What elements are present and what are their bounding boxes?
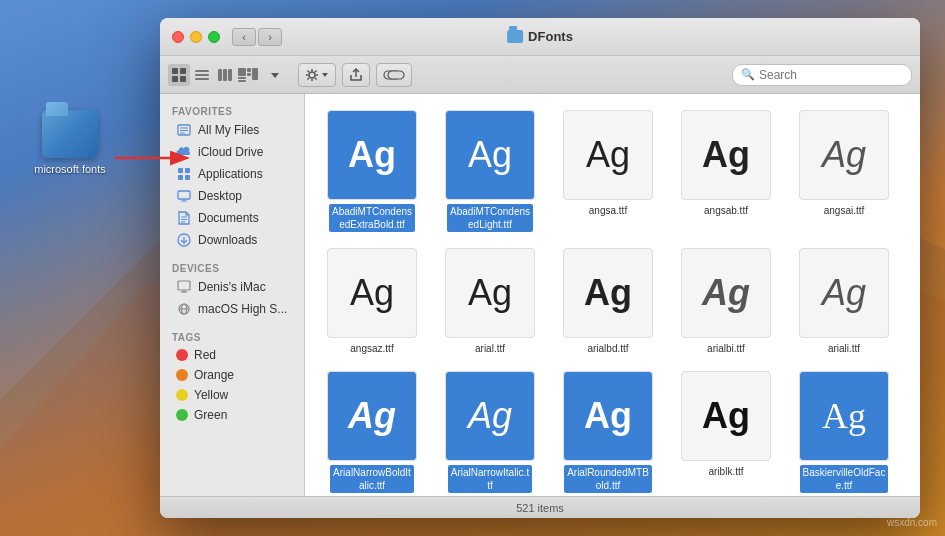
svg-rect-40 (185, 175, 190, 180)
sidebar-item-yellow[interactable]: Yellow (164, 385, 300, 405)
svg-rect-14 (238, 68, 246, 76)
svg-rect-19 (238, 80, 246, 82)
close-button[interactable] (172, 31, 184, 43)
icon-view-button[interactable] (168, 64, 190, 86)
share-button[interactable] (342, 63, 370, 87)
file-item-5[interactable]: Ag angsai.ttf (789, 106, 899, 236)
file-item-14[interactable]: Ag ariblk.ttf (671, 367, 781, 496)
file-item-1[interactable]: Ag AbadiMTCondensedExtraBold.ttf (317, 106, 427, 236)
file-item-9[interactable]: Ag arialbi.ttf (671, 244, 781, 359)
search-input[interactable] (759, 68, 903, 82)
yellow-tag-label: Yellow (194, 388, 228, 402)
file-label-12: ArialNarrowItalic.ttf (448, 465, 532, 493)
search-bar[interactable]: 🔍 (732, 64, 912, 86)
devices-label: Devices (160, 259, 304, 276)
file-item-11[interactable]: Ag ArialNarrowBoldItalic.ttf (317, 367, 427, 496)
file-item-13[interactable]: Ag ArialRoundedMTBold.ttf (553, 367, 663, 496)
documents-icon (176, 210, 192, 226)
downloads-icon (176, 232, 192, 248)
svg-rect-38 (185, 168, 190, 173)
dropdown-icon (267, 67, 283, 83)
desktop-icon[interactable]: microsoft fonts (30, 110, 110, 176)
watermark: wsxdn.com (887, 517, 937, 528)
gear-icon (305, 68, 319, 82)
file-label-14: ariblk.ttf (708, 465, 743, 478)
svg-rect-32 (388, 71, 404, 79)
svg-rect-8 (195, 70, 209, 72)
svg-rect-39 (178, 175, 183, 180)
file-item-12[interactable]: Ag ArialNarrowItalic.ttf (435, 367, 545, 496)
svg-rect-12 (223, 69, 227, 81)
sidebar-item-orange[interactable]: Orange (164, 365, 300, 385)
column-view-button[interactable] (214, 64, 236, 86)
status-text: 521 items (516, 502, 564, 514)
forward-button[interactable]: › (258, 28, 282, 46)
red-arrow (115, 148, 195, 168)
svg-rect-9 (195, 74, 209, 76)
file-item-7[interactable]: Ag arial.ttf (435, 244, 545, 359)
svg-rect-41 (178, 191, 190, 199)
svg-line-26 (308, 70, 310, 72)
file-item-3[interactable]: Ag angsa.ttf (553, 106, 663, 236)
list-view-icon (194, 67, 210, 83)
nav-buttons: ‹ › (232, 28, 282, 46)
file-item-10[interactable]: Ag ariali.ttf (789, 244, 899, 359)
svg-rect-37 (178, 168, 183, 173)
sidebar-item-all-my-files[interactable]: All My Files (164, 119, 300, 141)
maximize-button[interactable] (208, 31, 220, 43)
svg-marker-30 (322, 73, 328, 77)
macos-icon (176, 301, 192, 317)
file-label-5: angsai.ttf (824, 204, 865, 217)
file-label-9: arialbi.ttf (707, 342, 745, 355)
file-label-15: BaskiervilleOldFace.ttf (800, 465, 889, 493)
file-item-2[interactable]: Ag AbadiMTCondensedLight.ttf (435, 106, 545, 236)
sidebar-item-downloads[interactable]: Downloads (164, 229, 300, 251)
file-item-4[interactable]: Ag angsab.ttf (671, 106, 781, 236)
svg-rect-10 (195, 78, 209, 80)
window-title: DFonts (507, 29, 573, 44)
desktop-icon-label: microsoft fonts (34, 162, 106, 176)
toolbar: 🔍 (160, 56, 920, 94)
minimize-button[interactable] (190, 31, 202, 43)
file-label-7: arial.ttf (475, 342, 505, 355)
applications-icon (176, 166, 192, 182)
title-folder-icon (507, 30, 523, 43)
green-tag-dot (176, 409, 188, 421)
sidebar-item-red[interactable]: Red (164, 345, 300, 365)
sidebar-item-macos[interactable]: macOS High S... (164, 298, 300, 320)
tags-button[interactable] (376, 63, 412, 87)
file-item-6[interactable]: Ag angsaz.ttf (317, 244, 427, 359)
desktop: microsoft fonts ‹ › DFonts (0, 0, 945, 536)
file-item-8[interactable]: Ag arialbd.ttf (553, 244, 663, 359)
sidebar-item-downloads-label: Downloads (198, 233, 257, 247)
svg-rect-18 (238, 77, 246, 79)
svg-rect-5 (180, 68, 186, 74)
svg-line-29 (308, 78, 310, 80)
folder-icon (42, 110, 98, 158)
sidebar-item-imac-label: Denis's iMac (198, 280, 266, 294)
list-view-button[interactable] (191, 64, 213, 86)
all-my-files-icon (176, 122, 192, 138)
action-button[interactable] (298, 63, 336, 87)
svg-rect-11 (218, 69, 222, 81)
file-label-6: angsaz.ttf (350, 342, 393, 355)
cover-flow-button[interactable] (237, 64, 259, 86)
sidebar-item-desktop[interactable]: Desktop (164, 185, 300, 207)
file-label-3: angsa.ttf (589, 204, 627, 217)
svg-marker-20 (271, 73, 279, 78)
tags-label: Tags (160, 328, 304, 345)
svg-rect-4 (172, 68, 178, 74)
back-button[interactable]: ‹ (232, 28, 256, 46)
sidebar-item-imac[interactable]: Denis's iMac (164, 276, 300, 298)
sidebar-item-macos-label: macOS High S... (198, 302, 287, 316)
status-bar: 521 items (160, 496, 920, 518)
action-dropdown-icon (321, 71, 329, 79)
file-label-8: arialbd.ttf (587, 342, 628, 355)
view-icons (168, 64, 290, 86)
view-options-button[interactable] (260, 64, 290, 86)
sidebar-item-documents[interactable]: Documents (164, 207, 300, 229)
file-item-15[interactable]: Ag BaskiervilleOldFace.ttf (789, 367, 899, 496)
sidebar-item-green[interactable]: Green (164, 405, 300, 425)
svg-line-27 (315, 78, 317, 80)
share-icon (349, 68, 363, 82)
